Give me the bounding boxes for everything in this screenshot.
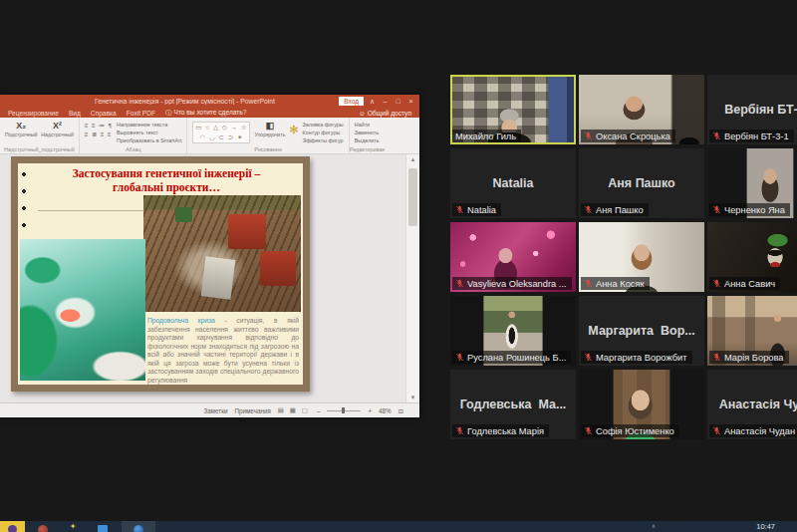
select-button[interactable]: Выделить xyxy=(355,137,380,143)
taskbar-app-icon-active[interactable] xyxy=(0,521,25,532)
ribbon-group-editing: Найти Заменить Выделить Редактирование xyxy=(350,118,385,153)
ribbon-options-button[interactable]: ∧ xyxy=(366,95,379,108)
participant-tile[interactable]: Маргарита Вор...Маргарита Ворожбит xyxy=(579,296,704,366)
participant-tile[interactable]: Марія Борова xyxy=(707,296,797,366)
ribbon-tabs: РецензированиеВидСправкаFoxit PDF xyxy=(8,110,155,117)
subscript-label: Подстрочный xyxy=(5,132,37,137)
participant-name-label: Годлевська Марія xyxy=(452,424,549,437)
ribbon-group-paragraph: ≡ ≡ ≔ ¶ ≡ ≣ ≡ ≡ Направление текста Выров… xyxy=(80,118,188,153)
shapes-row[interactable]: ▭ ○ △ ◇ → ☆ xyxy=(193,123,249,133)
scrollbar-thumb[interactable] xyxy=(408,168,417,226)
participant-name-text: Natalia xyxy=(467,205,496,215)
participant-tile[interactable]: Софія Юстименко xyxy=(579,370,704,439)
muted-mic-icon xyxy=(712,132,721,140)
participant-tile[interactable]: Аня ПашкоАня Пашко xyxy=(579,148,704,218)
slide-title: Застосування генетичної інженерії – глоб… xyxy=(34,166,299,194)
share-label: Общий доступ xyxy=(368,110,411,117)
slide[interactable]: Застосування генетичної інженерії – глоб… xyxy=(11,156,310,392)
participant-tile[interactable]: Руслана Рошинець Б... xyxy=(450,296,576,366)
participant-name-text: Vasylieva Oleksandra ... xyxy=(467,279,567,289)
muted-mic-icon xyxy=(584,132,593,140)
zoom-in-button[interactable]: + xyxy=(368,407,372,414)
taskbar: ✦ ∧ 10:47 xyxy=(0,521,797,532)
shapes-row[interactable]: ◠ ◡ ⊂ ⊃ ✶ xyxy=(193,133,249,142)
participant-name-label: Черненко Яна xyxy=(709,203,790,216)
view-switcher-icons[interactable]: ▤ ▦ ▢ xyxy=(278,406,310,414)
participant-tile[interactable]: Черненко Яна xyxy=(707,148,797,218)
slide-title-line2: глобальні проєкти… xyxy=(34,180,299,194)
minimize-button[interactable]: – xyxy=(379,95,392,108)
shapes-gallery[interactable]: ▭ ○ △ ◇ → ☆ ◠ ◡ ⊂ ⊃ ✶ xyxy=(192,122,250,143)
participant-name-text: Оксана Скроцька xyxy=(596,132,670,141)
participant-name-label: Софія Юстименко xyxy=(581,424,679,437)
find-button[interactable]: Найти xyxy=(355,122,380,128)
participant-tile[interactable]: Vasylieva Oleksandra ... xyxy=(450,222,576,292)
participant-name-label: Аня Пашко xyxy=(581,203,649,216)
shape-outline-button[interactable]: Контур фигуры xyxy=(303,130,344,135)
ppt-titlebar[interactable]: Генетична інженерія - ppt [Режим сумісно… xyxy=(0,95,419,108)
participant-tile[interactable]: Годлевська Ма...Годлевська Марія xyxy=(450,370,576,439)
comments-button[interactable]: Примечания xyxy=(235,407,271,414)
subscript-button[interactable]: X₂ Подстрочный xyxy=(5,120,37,145)
tray-expand-icon[interactable]: ∧ xyxy=(648,521,660,532)
group-label: Абзац xyxy=(80,146,187,152)
participant-tile[interactable]: Анна Косяк xyxy=(579,222,704,292)
close-button[interactable]: × xyxy=(404,95,417,108)
taskbar-clock[interactable]: 10:47 xyxy=(756,521,775,532)
taskbar-app-icon[interactable] xyxy=(30,521,56,532)
participant-name-text: Годлевська Марія xyxy=(467,426,544,436)
participant-name-label: Natalia xyxy=(452,203,501,216)
taskbar-app-icon[interactable] xyxy=(90,521,116,532)
replace-button[interactable]: Заменить xyxy=(355,130,380,135)
ribbon-tab[interactable]: Foxit PDF xyxy=(127,110,155,117)
muted-mic-icon xyxy=(712,205,721,214)
participant-name-label: Анастасія Чудан xyxy=(709,424,797,437)
muted-mic-icon xyxy=(455,279,464,288)
paragraph-icons[interactable]: ≡ ≡ ≔ ¶ ≡ ≣ ≡ ≡ xyxy=(85,120,113,145)
align-text-button[interactable]: Выровнять текст xyxy=(117,130,181,135)
slide-paragraph: - ситуація, в якій забезпечення населенн… xyxy=(147,317,299,384)
share-button[interactable]: ☺ Общий доступ xyxy=(359,110,411,117)
notes-button[interactable]: Заметки xyxy=(203,407,227,414)
participant-tile[interactable]: Михайло Гиль xyxy=(450,75,576,144)
sign-in-button[interactable]: Вход xyxy=(339,97,364,106)
participant-tile[interactable]: Анастасія ЧуданАнастасія Чудан xyxy=(707,370,797,439)
ribbon-tab[interactable]: Вид xyxy=(69,110,81,117)
participant-tile[interactable]: NataliaNatalia xyxy=(450,148,576,218)
shape-fill-button[interactable]: Заливка фигуры xyxy=(303,122,344,128)
zoom-slider[interactable] xyxy=(327,410,361,411)
muted-mic-icon xyxy=(455,353,464,362)
participant-name-text: Анастасія Чудан xyxy=(724,426,795,436)
text-direction-button[interactable]: Направление текста xyxy=(117,122,181,128)
participant-tile[interactable]: Анна Савич xyxy=(707,222,797,292)
slide-title-line1: Застосування генетичної інженерії – xyxy=(34,166,299,180)
maximize-button[interactable]: □ xyxy=(392,95,404,108)
smartart-button[interactable]: Преобразовать в SmartArt xyxy=(117,137,181,143)
alignment-buttons-icons[interactable]: ≡ ≣ ≡ ≡ xyxy=(85,131,113,137)
taskbar-app-icon-highlighted[interactable] xyxy=(122,521,155,532)
zoom-out-button[interactable]: – xyxy=(317,407,321,414)
participant-tile[interactable]: Вербіян БТ-3-1Вербіян БТ-3-1 xyxy=(707,75,797,144)
tell-me-box[interactable]: ⓘ Что вы хотите сделать? xyxy=(165,109,246,118)
zoom-slider-thumb[interactable] xyxy=(342,407,345,413)
participant-tile[interactable]: Оксана Скроцька xyxy=(579,75,704,144)
fit-slide-button[interactable]: ⊡ xyxy=(398,407,403,414)
list-buttons-icons[interactable]: ≡ ≡ ≔ ¶ xyxy=(85,122,113,129)
scroll-up-arrow[interactable]: ▲ xyxy=(406,154,419,164)
scroll-down-arrow[interactable]: ▼ xyxy=(406,393,419,402)
zoom-level[interactable]: 48% xyxy=(379,407,392,414)
participant-name-text: Анна Косяк xyxy=(596,279,645,289)
taskbar-app-icon[interactable]: ✦ xyxy=(60,521,86,532)
superscript-button[interactable]: X² Надстрочный xyxy=(41,120,73,145)
arrange-button[interactable]: ◧ Упорядочить xyxy=(254,120,285,145)
group-label: Редактирование xyxy=(350,146,385,152)
ribbon-tab[interactable]: Рецензирование xyxy=(8,110,59,117)
vertical-scrollbar[interactable]: ▲ ▼ xyxy=(405,154,419,402)
ribbon-tab[interactable]: Справка xyxy=(91,110,117,117)
powerpoint-window: Генетична інженерія - ppt [Режим сумісно… xyxy=(0,95,419,416)
muted-mic-icon xyxy=(584,279,593,288)
quick-styles-icon[interactable]: ✻ xyxy=(289,120,298,145)
shape-effects-button[interactable]: Эффекты фигур xyxy=(303,137,344,143)
tell-me-label: Что вы хотите сделать? xyxy=(173,109,246,116)
participant-name-label: Анна Косяк xyxy=(581,277,650,290)
